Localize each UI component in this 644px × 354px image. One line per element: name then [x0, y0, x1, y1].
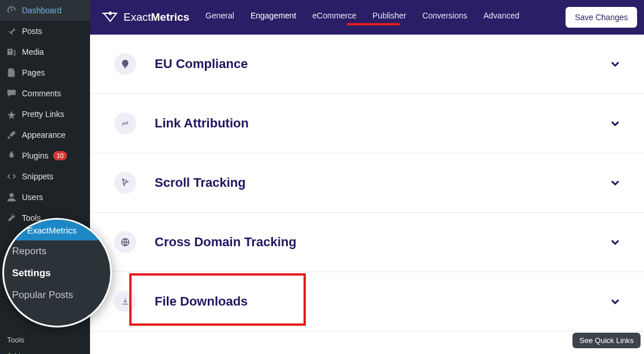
- bulb-icon: [114, 53, 136, 75]
- settings-panel-eu-compliance[interactable]: EU Compliance: [90, 35, 644, 94]
- svg-point-8: [114, 13, 115, 14]
- settings-panel-cross-domain-tracking[interactable]: Cross Domain Tracking: [90, 213, 644, 272]
- svg-rect-3: [9, 69, 14, 76]
- lens-submenu-popular-posts[interactable]: Popular Posts: [4, 284, 110, 306]
- settings-panel-link-attribution[interactable]: Link Attribution: [90, 94, 644, 153]
- wp-menu-label: Users: [22, 193, 43, 202]
- cursor-icon: [114, 172, 136, 194]
- settings-panel-scroll-tracking[interactable]: Scroll Tracking: [90, 153, 644, 213]
- brand-icon: [102, 9, 119, 26]
- tab-publisher[interactable]: Publisher: [373, 11, 406, 24]
- wp-menu-snippets[interactable]: Snippets: [0, 166, 90, 187]
- wp-menu-pages[interactable]: Pages: [0, 62, 90, 83]
- active-tab-underline: [347, 23, 400, 25]
- save-changes-button[interactable]: Save Changes: [566, 7, 637, 28]
- comment-icon: [6, 88, 17, 99]
- tab-general[interactable]: General: [205, 11, 234, 24]
- update-badge: 10: [53, 151, 67, 160]
- plug-icon: [6, 150, 17, 161]
- wrench-icon: [6, 212, 17, 224]
- svg-point-4: [9, 193, 13, 197]
- star-icon: [6, 108, 17, 120]
- wp-menu-label: Media: [22, 47, 44, 57]
- wp-menu-label: Pretty Links: [22, 110, 64, 119]
- tab-engagement[interactable]: Engagement: [250, 11, 296, 24]
- brand-logo: ExactMetrics: [102, 9, 189, 26]
- globe-icon: [114, 231, 136, 253]
- wp-menu-pretty-links[interactable]: Pretty Links: [0, 104, 90, 125]
- wp-menu-media[interactable]: Media: [0, 42, 90, 62]
- wp-menu-users[interactable]: Users: [0, 187, 90, 208]
- panel-title: Link Attribution: [155, 116, 591, 131]
- user-icon: [6, 191, 17, 203]
- chevron-down-icon: [609, 296, 621, 307]
- svg-point-7: [106, 13, 107, 14]
- chevron-down-icon: [609, 58, 621, 70]
- chevron-down-icon: [609, 118, 621, 129]
- svg-point-6: [108, 12, 112, 15]
- wp-menu-label: Plugins: [22, 151, 48, 160]
- wp-menu-posts[interactable]: Posts: [0, 21, 90, 42]
- wp-menu-label: Snippets: [22, 172, 53, 181]
- pin-icon: [6, 25, 17, 37]
- settings-tabs: GeneralEngagementeCommercePublisherConve…: [205, 11, 563, 24]
- wp-menu-label: Posts: [22, 27, 42, 36]
- wp-menu-plugins[interactable]: Plugins10: [0, 145, 90, 166]
- link-icon: [114, 112, 136, 134]
- wp-menu-label: Appearance: [22, 130, 66, 140]
- wp-submenu-tools[interactable]: Tools: [0, 332, 90, 348]
- tab-advanced[interactable]: Advanced: [484, 11, 519, 24]
- wp-menu-label: Comments: [22, 89, 61, 98]
- panel-title: Scroll Tracking: [155, 175, 591, 190]
- lens-submenu-settings[interactable]: Settings: [4, 262, 110, 284]
- wp-menu-appearance[interactable]: Appearance: [0, 125, 90, 145]
- wp-menu-comments[interactable]: Comments: [0, 83, 90, 104]
- quick-links-button[interactable]: See Quick Links: [572, 333, 641, 348]
- tab-ecommerce[interactable]: eCommerce: [312, 11, 356, 24]
- brand-text: ExactMetrics: [123, 11, 189, 24]
- chevron-down-icon: [609, 236, 621, 248]
- exactmetrics-topbar: ExactMetrics GeneralEngagementeCommerceP…: [90, 0, 644, 35]
- download-icon: [114, 291, 136, 312]
- panel-title: Cross Domain Tracking: [155, 235, 591, 250]
- code-icon: [6, 171, 17, 182]
- wp-menu-label: Dashboard: [22, 6, 62, 15]
- dashboard-icon: [6, 5, 17, 16]
- brush-icon: [6, 129, 17, 141]
- page-icon: [6, 67, 17, 78]
- chevron-down-icon: [609, 177, 621, 189]
- svg-rect-0: [8, 49, 13, 55]
- panel-title: EU Compliance: [155, 57, 591, 71]
- lens-active-label: ExactMetrics: [27, 225, 77, 235]
- wp-menu-dashboard[interactable]: Dashboard: [0, 0, 90, 21]
- tab-conversions[interactable]: Conversions: [422, 11, 467, 24]
- wp-submenu-addons[interactable]: Addons: [0, 348, 90, 354]
- settings-content: EU ComplianceLink AttributionScroll Trac…: [90, 35, 644, 354]
- wp-menu-label: Pages: [22, 68, 45, 77]
- zoom-lens: ExactMetrics ReportsSettingsPopular Post…: [2, 218, 112, 327]
- settings-panel-file-downloads[interactable]: File Downloads: [90, 272, 644, 332]
- lens-submenu-reports[interactable]: Reports: [4, 240, 110, 262]
- svg-point-1: [9, 50, 11, 52]
- media-icon: [6, 46, 17, 58]
- panel-title: File Downloads: [155, 294, 591, 309]
